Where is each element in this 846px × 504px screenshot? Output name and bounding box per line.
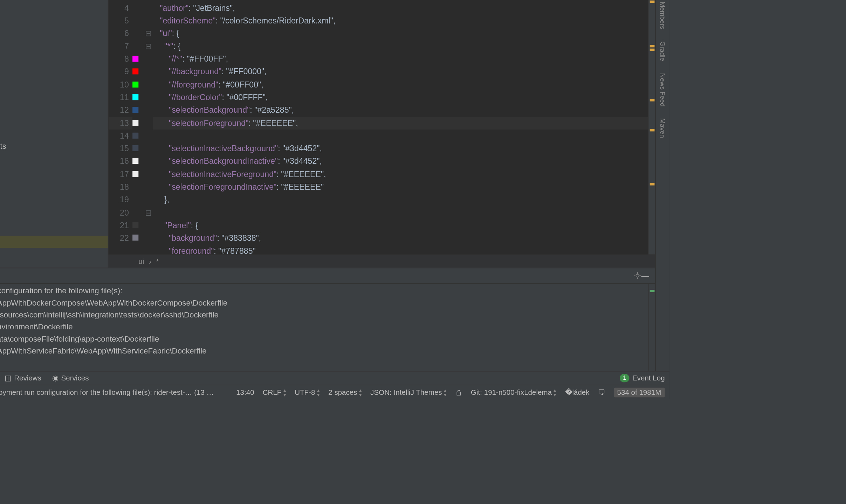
tree-node[interactable]: .gitignore [0, 32, 108, 44]
bottom-tool-bar: ≡6: TODO ⎇9: Version Control ▣Terminal ◫… [0, 371, 669, 385]
hide-button[interactable]: — [641, 271, 649, 280]
tree-node[interactable]: get-linux-executable.kt [0, 152, 108, 164]
tree-node[interactable]: bin [0, 92, 108, 104]
tree-node[interactable]: .idea [0, 80, 108, 92]
tree-node[interactable]: buildscripts.iml [0, 128, 108, 140]
git-branch[interactable]: Git: 191-n500-fixLdelema▴▾ [471, 387, 557, 397]
tree-node[interactable]: model [0, 8, 108, 20]
tree-node[interactable]: buildscripts sources root [0, 116, 108, 128]
tool-tab-eventlog[interactable]: 1Event Log [620, 374, 665, 382]
color-swatch-gutter[interactable] [132, 0, 144, 254]
fold-gutter[interactable]: ⊟ ⊟⊟ ⊟ [144, 0, 153, 254]
tree-node[interactable]: rider-generated.iml [0, 44, 108, 56]
tool-tab-news-feed[interactable]: News Feed [658, 67, 667, 112]
tree-node[interactable]: config [0, 236, 108, 248]
notifications-icon[interactable]: 🗨 [598, 388, 605, 397]
event-log-stripe [648, 284, 655, 371]
editor-text[interactable]: { "name": "Rider Dark", "dark": true, "a… [153, 0, 648, 254]
memory-indicator[interactable]: 534 of 1981M [613, 387, 665, 397]
tree-node[interactable]: com.jetbrains.rider [0, 0, 108, 8]
file-type[interactable]: JSON: IntelliJ Themes▴▾ [370, 387, 447, 397]
tree-node[interactable]: model.cSharp [0, 20, 108, 31]
editor-area: RiderDark.theme.json×RiderDebugConnectio… [109, 0, 655, 268]
status-bar: ▢ Dockerfile detection: You may setup Do… [0, 385, 669, 399]
tool-tab-reviews[interactable]: ◫Reviews [5, 374, 41, 382]
inspection-icon[interactable]: �ládek [565, 388, 590, 397]
tree-node[interactable]: rider-model [0, 56, 108, 68]
tree-node[interactable]: build [0, 104, 108, 116]
tool-tab-maven[interactable]: Maven [658, 112, 667, 144]
tree-node[interactable]: rider-tests-mapping.xml [0, 200, 108, 212]
indent-setting[interactable]: 2 spaces▴▾ [328, 387, 362, 397]
readonly-toggle[interactable] [455, 388, 462, 396]
svg-point-10 [636, 274, 639, 277]
line-number-gutter[interactable]: 12345678910111213141516171819202122 [109, 0, 133, 254]
tree-node[interactable]: pack-dotCommon-plugin.xml [0, 176, 108, 188]
caret-position[interactable]: 13:40 [236, 388, 254, 397]
svg-rect-11 [457, 392, 461, 395]
project-tool-window: Project ⊕ ≑ — × RdProtocolide-modelrider… [0, 0, 109, 268]
tree-node[interactable]: pack-cpp-plugin.xml [0, 164, 108, 176]
settings-button[interactable] [633, 272, 641, 280]
event-log-tool-window: Event Log — ☑ 🗑 🔧 You may setup Docker d… [0, 268, 655, 371]
event-log-text[interactable]: You may setup Docker deployment run conf… [0, 284, 648, 371]
tool-tab-gradle[interactable]: Gradle [658, 35, 667, 67]
tree-node[interactable]: Rider [rider-root] C:\jet\Rider [0, 68, 108, 80]
tree-node[interactable]: dev-scripts [0, 248, 108, 260]
tree-node[interactable]: validate-tests-xml.kts [0, 224, 108, 236]
tool-tab-services[interactable]: ◉Services [52, 374, 89, 382]
error-stripe[interactable] [648, 0, 655, 254]
line-separator[interactable]: CRLF▴▾ [263, 387, 286, 397]
tree-node[interactable]: fix-plugin-xml-for-bundled-plugin.kts [0, 140, 108, 152]
file-encoding[interactable]: UTF-8▴▾ [295, 387, 320, 397]
tree-node[interactable]: validate-rider-classpath.kts [0, 212, 108, 224]
status-message: Dockerfile detection: You may setup Dock… [0, 388, 216, 397]
right-tool-strip: Ant BuildDynamic MembersGradleNews FeedM… [655, 0, 669, 371]
tree-node[interactable]: pack-dotCover-plugin.xml [0, 188, 108, 200]
project-tree[interactable]: RdProtocolide-modelrider-generatedSrccom… [0, 0, 108, 268]
tool-tab-dynamic-members[interactable]: Dynamic Members [658, 0, 667, 35]
editor-breadcrumbs[interactable]: ui›* [109, 254, 655, 268]
